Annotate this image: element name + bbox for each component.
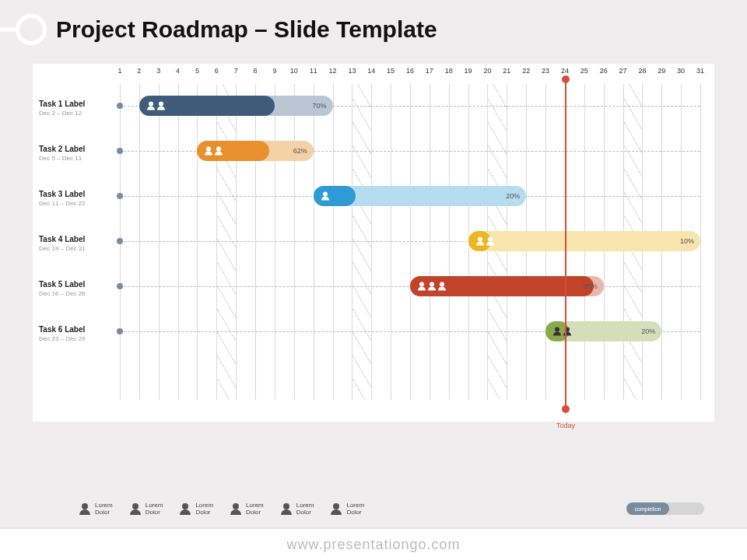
task-dates: Dec 19 – Dec 31 <box>39 245 86 252</box>
page-title: Project Roadmap – Slide Template <box>56 16 437 43</box>
gridline <box>700 84 701 400</box>
weekend-band <box>352 84 371 400</box>
legend-text: LoremDolor <box>95 502 113 516</box>
person-icon <box>438 282 446 291</box>
legend-item: LoremDolor <box>180 502 213 516</box>
row-dot-icon <box>117 148 123 154</box>
task-bar: 62% <box>197 141 313 161</box>
task-percent: 10% <box>680 237 694 245</box>
person-icon <box>428 282 436 291</box>
weekend-band <box>216 84 236 400</box>
task-percent: 62% <box>293 147 307 155</box>
chart-plot-area: 70%62%20%10%95%20%Today <box>120 84 700 400</box>
row-dot-icon <box>117 328 123 334</box>
task-dates: Dec 5 – Dec 11 <box>39 155 85 162</box>
day-label: 30 <box>677 67 685 75</box>
legend-text: LoremDolor <box>346 502 364 516</box>
legend-item: LoremDolor <box>230 502 264 516</box>
task-name: Task 4 Label <box>39 235 86 243</box>
day-label: 21 <box>503 67 510 75</box>
legend-text: LoremDolor <box>195 502 213 516</box>
task-label: Task 6 LabelDec 23 – Dec 29 <box>39 325 86 342</box>
day-label: 18 <box>445 67 453 75</box>
day-label: 29 <box>658 67 665 75</box>
day-label: 24 <box>561 67 569 75</box>
today-label: Today <box>556 422 575 429</box>
day-label: 1 <box>117 67 121 75</box>
task-assignees <box>147 102 165 110</box>
completion-legend-fill: completion <box>626 502 669 515</box>
day-label: 15 <box>387 67 395 75</box>
task-name: Task 1 Label <box>39 100 85 108</box>
task-dates: Dec 2 – Dec 12 <box>39 110 85 117</box>
task-assignees <box>553 327 571 336</box>
legend-text: LoremDolor <box>296 502 314 516</box>
day-label: 9 <box>272 67 276 75</box>
today-dot-icon <box>562 405 570 413</box>
task-dates: Dec 23 – Dec 29 <box>39 335 86 342</box>
legend-item: LoremDolor <box>79 502 113 516</box>
row-dot-icon <box>117 193 123 199</box>
task-percent: 20% <box>641 327 655 335</box>
task-name: Task 5 Label <box>39 280 86 289</box>
day-label: 31 <box>696 67 704 75</box>
day-label: 8 <box>254 67 258 75</box>
day-label: 12 <box>329 67 337 75</box>
gridline <box>430 84 430 400</box>
assignee-legend: LoremDolorLoremDolorLoremDolorLoremDolor… <box>33 502 714 516</box>
person-icon <box>321 192 329 201</box>
task-bar: 95% <box>410 276 604 296</box>
person-icon <box>418 282 426 291</box>
task-label: Task 2 LabelDec 5 – Dec 11 <box>39 145 85 162</box>
task-assignees <box>321 192 329 201</box>
task-bar: 70% <box>139 96 333 116</box>
day-label: 5 <box>195 67 199 75</box>
gridline <box>139 84 140 400</box>
day-label: 19 <box>465 67 472 75</box>
gridline <box>178 84 179 400</box>
legend-text: LoremDolor <box>246 502 264 516</box>
day-label: 17 <box>426 67 433 75</box>
day-label: 3 <box>156 67 160 75</box>
day-label: 14 <box>367 67 375 75</box>
person-icon <box>130 503 141 515</box>
gridline <box>294 84 295 400</box>
gridline <box>275 84 275 400</box>
footer-url: www.presentationgo.com <box>286 537 460 553</box>
person-icon <box>486 237 494 246</box>
task-label: Task 5 LabelDec 16 – Dec 26 <box>39 280 86 297</box>
day-label: 10 <box>290 67 298 75</box>
person-icon <box>79 503 90 515</box>
gridline <box>197 84 198 400</box>
header-ring-icon <box>16 14 47 45</box>
day-label: 22 <box>522 67 530 75</box>
person-icon <box>331 503 342 515</box>
day-label: 11 <box>310 67 317 75</box>
day-label: 6 <box>215 67 219 75</box>
person-icon <box>180 503 191 515</box>
row-dot-icon <box>117 238 123 244</box>
legend-text: LoremDolor <box>146 502 163 516</box>
task-bar: 20% <box>545 321 661 341</box>
person-icon <box>215 147 223 156</box>
task-dates: Dec 11 – Dec 22 <box>39 200 86 207</box>
task-name: Task 2 Label <box>39 145 85 153</box>
person-icon <box>553 327 561 336</box>
day-label: 26 <box>600 67 608 75</box>
task-label: Task 4 LabelDec 19 – Dec 31 <box>39 235 86 252</box>
task-percent: 95% <box>584 282 598 290</box>
gridline <box>371 84 372 400</box>
day-label: 4 <box>176 67 180 75</box>
person-icon <box>157 102 165 110</box>
day-label: 20 <box>483 67 491 75</box>
gridline <box>255 84 256 400</box>
gridline <box>391 84 391 400</box>
gridline <box>314 84 314 400</box>
task-bar: 10% <box>468 231 700 251</box>
task-label: Task 1 LabelDec 2 – Dec 12 <box>39 100 85 117</box>
gridline <box>333 84 334 400</box>
task-label: Task 3 LabelDec 11 – Dec 22 <box>39 190 86 207</box>
footer: www.presentationgo.com <box>0 527 747 560</box>
day-label: 27 <box>619 67 627 75</box>
task-assignees <box>476 237 494 246</box>
